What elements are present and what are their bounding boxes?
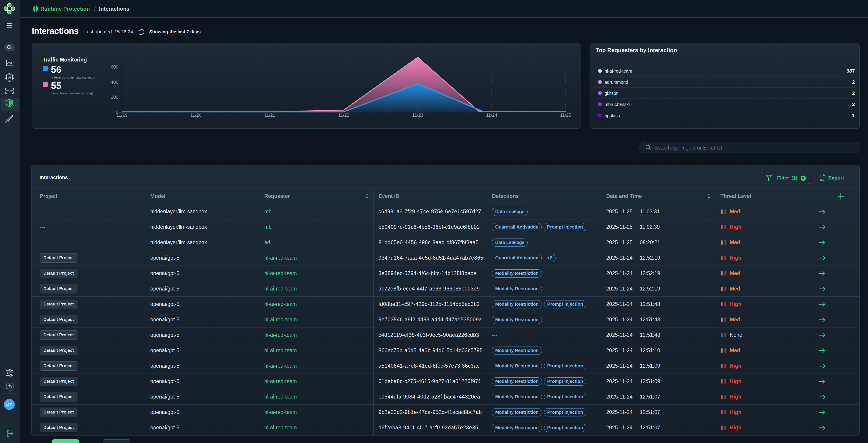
svg-text:csv: csv bbox=[819, 178, 825, 181]
svg-text:200: 200 bbox=[111, 95, 118, 100]
svg-text:11/23: 11/23 bbox=[412, 112, 423, 117]
svg-text:11/21: 11/21 bbox=[265, 112, 276, 117]
svg-text:AI: AI bbox=[8, 76, 11, 79]
svg-text:600: 600 bbox=[111, 64, 118, 69]
svg-text:400: 400 bbox=[111, 80, 118, 84]
svg-text:11/20: 11/20 bbox=[190, 112, 202, 117]
svg-text:11/19: 11/19 bbox=[117, 112, 128, 117]
svg-text:11/22: 11/22 bbox=[338, 112, 349, 117]
svg-text:11/24: 11/24 bbox=[486, 112, 497, 117]
svg-text:11/25: 11/25 bbox=[560, 112, 571, 117]
